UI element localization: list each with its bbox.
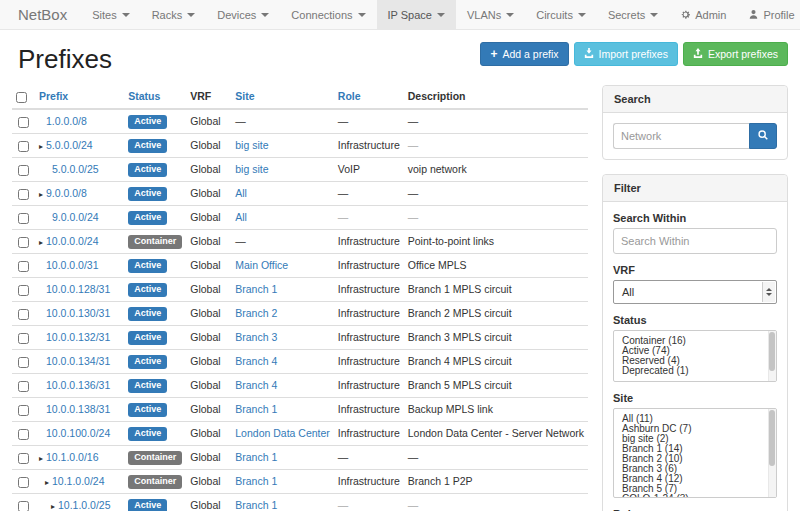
nav-item-vlans[interactable]: VLANs — [456, 0, 525, 29]
column-header-status[interactable]: Status — [124, 85, 186, 109]
site-link[interactable]: Branch 4 — [235, 355, 277, 367]
site-link[interactable]: Branch 1 — [235, 283, 277, 295]
column-header-site[interactable]: Site — [231, 85, 334, 109]
row-checkbox[interactable] — [18, 333, 29, 344]
prefix-link[interactable]: 10.0.0.132/31 — [46, 331, 110, 343]
site-link[interactable]: All — [235, 187, 247, 199]
triangle-right-icon[interactable]: ▸ — [39, 454, 46, 463]
export-prefixes-button[interactable]: Export prefixes — [683, 42, 788, 66]
row-checkbox[interactable] — [18, 357, 29, 368]
cell-role: Infrastructure — [334, 325, 404, 349]
site-link[interactable]: All — [235, 211, 247, 223]
status-listbox[interactable]: Container (16)Active (74)Reserved (4)Dep… — [613, 330, 777, 382]
prefix-link[interactable]: 1.0.0.0/8 — [46, 115, 87, 127]
row-checkbox[interactable] — [18, 285, 29, 296]
prefix-link[interactable]: 10.0.0.138/31 — [46, 403, 110, 415]
nav-item-profile[interactable]: Profile — [737, 0, 800, 29]
status-badge: Container — [128, 475, 182, 489]
prefix-link[interactable]: 10.0.0.0/24 — [46, 235, 99, 247]
vrf-select[interactable]: All — [613, 280, 777, 304]
nav-item-admin[interactable]: Admin — [669, 0, 737, 29]
site-link[interactable]: Branch 1 — [235, 451, 277, 463]
triangle-right-icon[interactable]: ▸ — [39, 190, 46, 199]
site-link[interactable]: Branch 1 — [235, 403, 277, 415]
prefix-link[interactable]: 10.0.100.0/24 — [46, 427, 110, 439]
search-within-input[interactable] — [613, 228, 777, 254]
site-link[interactable]: Branch 1 — [235, 499, 277, 511]
row-checkbox[interactable] — [18, 477, 29, 488]
status-badge: Active — [128, 283, 167, 297]
prefix-link[interactable]: 10.1.0.0/25 — [58, 499, 111, 511]
nav-item-secrets[interactable]: Secrets — [597, 0, 669, 29]
row-checkbox[interactable] — [18, 141, 29, 152]
cell-site: Branch 1 — [231, 277, 334, 301]
table-row: 9.0.0.0/24ActiveGlobalAll—— — [12, 205, 588, 229]
cell-status: Container — [124, 229, 186, 253]
prefix-link[interactable]: 9.0.0.0/8 — [46, 187, 87, 199]
nav-item-label: Secrets — [608, 9, 645, 21]
cell-vrf: Global — [186, 181, 231, 205]
prefix-link[interactable]: 10.1.0.0/24 — [52, 475, 105, 487]
search-panel-title: Search — [603, 86, 787, 113]
cell-status: Active — [124, 373, 186, 397]
add-prefix-button[interactable]: + Add a prefix — [480, 42, 568, 66]
prefix-link[interactable]: 5.0.0.0/25 — [52, 163, 99, 175]
row-checkbox[interactable] — [18, 261, 29, 272]
row-checkbox[interactable] — [18, 453, 29, 464]
scrollbar[interactable] — [768, 331, 776, 381]
site-link[interactable]: Branch 4 — [235, 379, 277, 391]
row-checkbox[interactable] — [18, 189, 29, 200]
column-header-prefix[interactable]: Prefix — [35, 85, 124, 109]
status-badge: Active — [128, 115, 167, 129]
prefix-link[interactable]: 10.0.0.130/31 — [46, 307, 110, 319]
column-header-role[interactable]: Role — [334, 85, 404, 109]
row-checkbox[interactable] — [18, 381, 29, 392]
prefix-link[interactable]: 10.0.0.134/31 — [46, 355, 110, 367]
row-checkbox[interactable] — [18, 117, 29, 128]
site-link[interactable]: Branch 3 — [235, 331, 277, 343]
vrf-label: VRF — [613, 264, 777, 276]
search-button[interactable] — [749, 123, 777, 149]
prefix-link[interactable]: 10.0.0.128/31 — [46, 283, 110, 295]
row-checkbox[interactable] — [18, 405, 29, 416]
site-link[interactable]: Branch 2 — [235, 307, 277, 319]
brand-logo[interactable]: NetBox — [0, 0, 81, 29]
prefix-link[interactable]: 10.0.0.136/31 — [46, 379, 110, 391]
row-checkbox[interactable] — [18, 237, 29, 248]
site-link[interactable]: big site — [235, 139, 268, 151]
search-input[interactable] — [613, 123, 749, 149]
import-prefixes-button[interactable]: Import prefixes — [574, 42, 678, 66]
select-all-checkbox[interactable] — [16, 92, 27, 103]
nav-item-sites[interactable]: Sites — [81, 0, 140, 29]
triangle-right-icon[interactable]: ▸ — [51, 502, 58, 511]
prefix-link[interactable]: 10.1.0.0/16 — [46, 451, 99, 463]
prefix-link[interactable]: 5.0.0.0/24 — [46, 139, 93, 151]
row-checkbox[interactable] — [18, 213, 29, 224]
triangle-right-icon[interactable]: ▸ — [45, 478, 52, 487]
listbox-option[interactable]: Deprecated (1) — [614, 366, 776, 376]
cell-role: — — [334, 109, 404, 134]
site-listbox[interactable]: All (11)Ashburn DC (7)big site (2)Branch… — [613, 408, 777, 498]
table-row: 10.0.0.0/31ActiveGlobalMain OfficeInfras… — [12, 253, 588, 277]
prefix-link[interactable]: 10.0.0.0/31 — [46, 259, 99, 271]
nav-item-racks[interactable]: Racks — [141, 0, 207, 29]
nav-item-connections[interactable]: Connections — [280, 0, 376, 29]
site-link[interactable]: Branch 1 — [235, 475, 277, 487]
select-spinner-icon[interactable] — [762, 282, 775, 302]
row-checkbox[interactable] — [18, 429, 29, 440]
gear-icon — [680, 9, 691, 20]
nav-item-circuits[interactable]: Circuits — [525, 0, 597, 29]
row-checkbox[interactable] — [18, 309, 29, 320]
triangle-right-icon[interactable]: ▸ — [39, 238, 46, 247]
row-checkbox[interactable] — [18, 165, 29, 176]
scrollbar[interactable] — [768, 409, 776, 497]
triangle-right-icon[interactable]: ▸ — [39, 142, 46, 151]
listbox-option[interactable]: COLO-1-24 (3) — [614, 494, 776, 498]
nav-item-ip-space[interactable]: IP Space — [377, 0, 456, 29]
nav-item-devices[interactable]: Devices — [206, 0, 280, 29]
site-link[interactable]: big site — [235, 163, 268, 175]
prefix-link[interactable]: 9.0.0.0/24 — [52, 211, 99, 223]
site-link[interactable]: London Data Center — [235, 427, 330, 439]
row-checkbox[interactable] — [18, 501, 29, 511]
site-link[interactable]: Main Office — [235, 259, 288, 271]
